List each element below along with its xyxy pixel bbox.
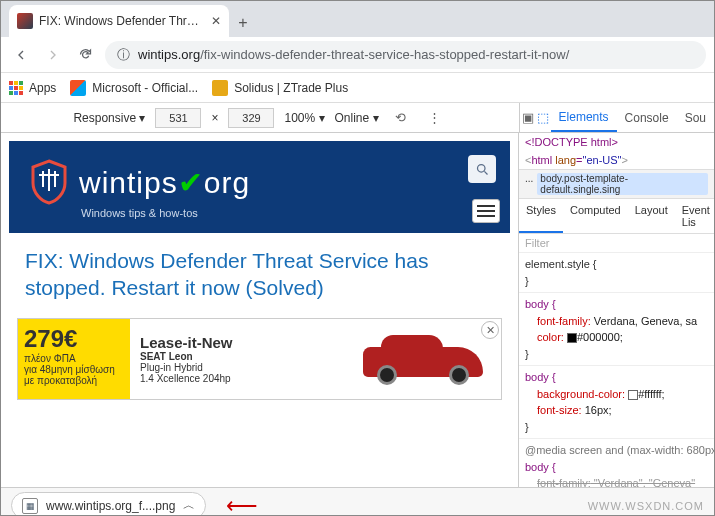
logo-text: wintips✔org (79, 165, 250, 200)
address-bar[interactable]: ⓘ wintips.org/fix-windows-defender-threa… (105, 41, 706, 69)
subtab-events[interactable]: Event Lis (675, 199, 714, 233)
browser-tab[interactable]: FIX: Windows Defender Threat Se ✕ (9, 5, 229, 37)
new-tab-button[interactable]: + (229, 9, 257, 37)
forward-button[interactable] (41, 43, 65, 67)
ad-banner[interactable]: 279€ πλέον ΦΠΑ για 48μηνη μίσθωση με προ… (17, 318, 502, 400)
tab-favicon (17, 13, 33, 29)
menu-icon[interactable] (472, 199, 500, 223)
devtools-panel[interactable]: <!DOCTYPE html> <html lang="en-US"> ...b… (519, 133, 714, 487)
chevron-up-icon[interactable]: ︿ (183, 497, 195, 514)
dom-breadcrumb[interactable]: ...body.post-template-default.single.sin… (519, 169, 714, 199)
back-button[interactable] (9, 43, 33, 67)
bookmarks-bar: Apps Microsoft - Official... Solidus | Z… (1, 73, 714, 103)
rule-element-style[interactable]: element.style {} (519, 253, 714, 293)
download-filename: www.wintips.org_f....png (46, 499, 175, 513)
throttle-dropdown[interactable]: Online ▾ (335, 111, 379, 125)
styles-filter[interactable]: Filter (519, 234, 714, 253)
rule-media-1[interactable]: @media screen and (max-width: 680px body… (519, 439, 714, 487)
subtab-layout[interactable]: Layout (628, 199, 675, 233)
url-text: wintips.org/fix-windows-defender-threat-… (138, 47, 569, 62)
page-preview[interactable]: wintips✔org Windows tips & how-tos FIX: … (9, 141, 510, 479)
svg-point-0 (477, 164, 485, 172)
image-file-icon: ▦ (22, 498, 38, 514)
logo-shield-icon (29, 159, 69, 205)
tab-title: FIX: Windows Defender Threat Se (39, 14, 205, 28)
ad-close-icon[interactable]: ✕ (481, 321, 499, 339)
device-toggle-icon[interactable]: ⬚ (535, 110, 550, 125)
devtools-toolbar: Responsive ▾ 531 × 329 100% ▾ Online ▾ ⟲… (1, 103, 714, 133)
browser-toolbar: ⓘ wintips.org/fix-windows-defender-threa… (1, 37, 714, 73)
rule-body-1[interactable]: body { font-family: Verdana, Geneva, sa … (519, 293, 714, 366)
search-icon[interactable] (468, 155, 496, 183)
download-chip[interactable]: ▦ www.wintips.org_f....png ︿ (11, 492, 206, 516)
subtab-styles[interactable]: Styles (519, 199, 563, 233)
inspect-icon[interactable]: ▣ (520, 110, 535, 125)
dom-doctype[interactable]: <!DOCTYPE html> (519, 133, 714, 151)
more-icon[interactable]: ⋮ (423, 110, 447, 125)
car-image (363, 327, 493, 387)
rotate-icon[interactable]: ⟲ (389, 110, 413, 125)
logo-tagline: Windows tips & how-tos (81, 207, 490, 219)
dom-html[interactable]: <html lang="en-US"> (519, 151, 714, 169)
subtab-computed[interactable]: Computed (563, 199, 628, 233)
zoom-dropdown[interactable]: 100% ▾ (284, 111, 324, 125)
close-icon[interactable]: ✕ (211, 14, 221, 28)
ad-price: 279€ (24, 325, 124, 353)
annotation-arrow-icon: ⟵ (226, 493, 258, 517)
bookmark-solidus[interactable]: Solidus | ZTrade Plus (212, 80, 348, 96)
tab-console[interactable]: Console (617, 103, 677, 132)
device-viewport: wintips✔org Windows tips & how-tos FIX: … (1, 133, 519, 487)
styles-subtabs: Styles Computed Layout Event Lis (519, 199, 714, 234)
bookmark-microsoft[interactable]: Microsoft - Official... (70, 80, 198, 96)
site-info-icon[interactable]: ⓘ (117, 46, 130, 64)
reload-button[interactable] (73, 43, 97, 67)
tab-sources[interactable]: Sou (677, 103, 714, 132)
device-dropdown[interactable]: Responsive ▾ (73, 111, 145, 125)
apps-button[interactable]: Apps (9, 81, 56, 95)
site-header: wintips✔org Windows tips & how-tos (9, 141, 510, 233)
article-title: FIX: Windows Defender Threat Service has… (25, 247, 494, 302)
watermark: WWW.WSXDN.COM (588, 500, 704, 512)
downloads-bar: ▦ www.wintips.org_f....png ︿ ⟵ WWW.WSXDN… (1, 487, 714, 516)
article-body: FIX: Windows Defender Threat Service has… (9, 233, 510, 316)
width-input[interactable]: 531 (155, 108, 201, 128)
tab-elements[interactable]: Elements (551, 103, 617, 132)
rule-body-2[interactable]: body { background-color: #ffffff; font-s… (519, 366, 714, 439)
tab-strip: FIX: Windows Defender Threat Se ✕ + (1, 1, 714, 37)
height-input[interactable]: 329 (228, 108, 274, 128)
